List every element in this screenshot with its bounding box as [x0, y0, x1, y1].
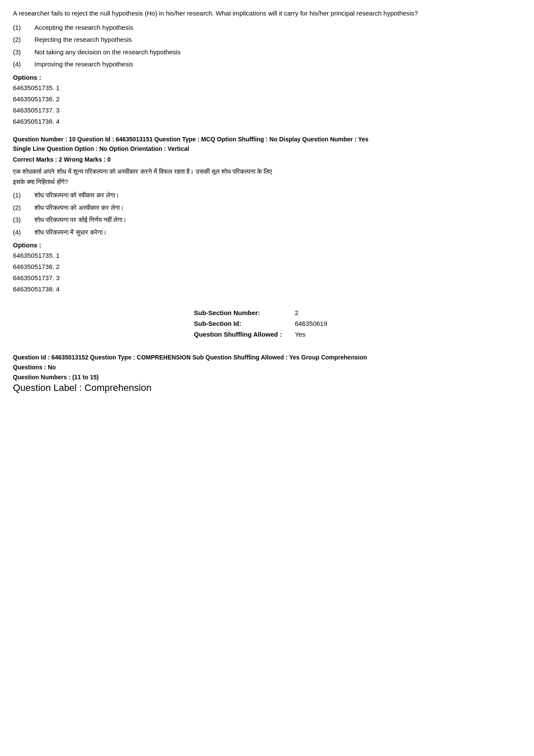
question-shuffling-row: Question Shuffling Allowed : Yes [194, 329, 340, 340]
hindi-option-num-3: (3) [13, 215, 34, 225]
correct-marks: Correct Marks : 2 Wrong Marks : 0 [13, 156, 521, 163]
question-shuffling-label: Question Shuffling Allowed : [194, 329, 295, 340]
hindi-question-block: एक शोधकर्ता अपने शोध में शून्य परिकल्पना… [13, 166, 521, 294]
subsection-id-row: Sub-Section Id: 646350619 [194, 318, 340, 329]
comprehension-meta-line2: Questions : No [13, 362, 521, 372]
hindi-option-num-1: (1) [13, 191, 34, 200]
english-option-1: (1) Accepting the research hypothesis [13, 23, 521, 33]
hindi-option-4: (4) शोध परिकल्पना में सुधार करेगा। [13, 228, 521, 237]
subsection-table: Sub-Section Number: 2 Sub-Section Id: 64… [194, 307, 340, 340]
hindi-question-line1: एक शोधकर्ता अपने शोध में शून्य परिकल्पना… [13, 168, 272, 175]
hindi-option-num-4: (4) [13, 228, 34, 237]
hindi-option-text-2: शोध परिकल्पना को अस्वीकार कर लेगा। [34, 203, 124, 213]
question10-meta-line1: Question Number : 10 Question Id : 64635… [13, 134, 521, 144]
comprehension-meta-line1: Question Id : 64635013152 Question Type … [13, 353, 521, 362]
english-option-3: (3) Not taking any decision on the resea… [13, 47, 521, 57]
english-question-block: A researcher fails to reject the null hy… [13, 9, 521, 127]
hindi-question-text: एक शोधकर्ता अपने शोध में शून्य परिकल्पना… [13, 166, 521, 187]
option-text-1: Accepting the research hypothesis [34, 23, 133, 33]
subsection-id-label: Sub-Section Id: [194, 318, 295, 329]
question10-meta-block: Question Number : 10 Question Id : 64635… [13, 134, 521, 154]
hindi-option-2: (2) शोध परिकल्पना को अस्वीकार कर लेगा। [13, 203, 521, 213]
english-question-text: A researcher fails to reject the null hy… [13, 9, 521, 19]
question-shuffling-value: Yes [295, 329, 340, 340]
option-text-4: Improving the research hypothesis [34, 59, 133, 69]
hindi-option-3: (3) शोध परिकल्पना पर कोई निर्णय नहीं लेग… [13, 215, 521, 225]
option-text-3: Not taking any decision on the research … [34, 47, 180, 57]
hindi-options-label: Options : [13, 241, 521, 249]
hindi-code-2: 64635051736. 2 [13, 262, 521, 272]
option-num-3: (3) [13, 47, 34, 57]
english-option-2: (2) Rejecting the research hypothesis [13, 35, 521, 45]
english-code-1: 64635051735. 1 [13, 83, 521, 93]
english-code-3: 64635051737. 3 [13, 105, 521, 116]
english-code-4: 64635051738. 4 [13, 116, 521, 127]
subsection-number-value: 2 [295, 307, 340, 318]
question-label-value: Comprehension [84, 382, 151, 393]
subsection-id-value: 646350619 [295, 318, 340, 329]
hindi-option-1: (1) शोध परिकल्पना को स्वीकार कर लेगा। [13, 191, 521, 200]
hindi-options-list: (1) शोध परिकल्पना को स्वीकार कर लेगा। (2… [13, 191, 521, 237]
question10-meta-line2: Single Line Question Option : No Option … [13, 144, 521, 153]
question-label-line: Question Label : Comprehension [13, 382, 521, 394]
hindi-code-4: 64635051738. 4 [13, 284, 521, 294]
hindi-code-1: 64635051735. 1 [13, 250, 521, 261]
question-numbers-label: Question Numbers : (11 to 15) [13, 374, 521, 381]
hindi-option-text-3: शोध परिकल्पना पर कोई निर्णय नहीं लेगा। [34, 215, 127, 225]
option-num-4: (4) [13, 59, 34, 69]
hindi-option-text-4: शोध परिकल्पना में सुधार करेगा। [34, 228, 107, 237]
hindi-code-3: 64635051737. 3 [13, 273, 521, 283]
english-option-4: (4) Improving the research hypothesis [13, 59, 521, 69]
hindi-option-text-1: शोध परिकल्पना को स्वीकार कर लेगा। [34, 191, 119, 200]
subsection-number-row: Sub-Section Number: 2 [194, 307, 340, 318]
english-options-list: (1) Accepting the research hypothesis (2… [13, 23, 521, 69]
option-num-2: (2) [13, 35, 34, 45]
question-label-prefix: Question Label : [13, 382, 84, 393]
english-options-label: Options : [13, 74, 521, 81]
hindi-option-num-2: (2) [13, 203, 34, 213]
english-question-content: A researcher fails to reject the null hy… [13, 9, 418, 17]
hindi-question-line2: इसके क्या निहितार्थ होंगे? [13, 178, 68, 185]
english-code-2: 64635051736. 2 [13, 94, 521, 104]
subsection-number-label: Sub-Section Number: [194, 307, 295, 318]
comprehension-meta-block: Question Id : 64635013152 Question Type … [13, 353, 521, 372]
option-num-1: (1) [13, 23, 34, 33]
option-text-2: Rejecting the research hypothesis [34, 35, 132, 45]
